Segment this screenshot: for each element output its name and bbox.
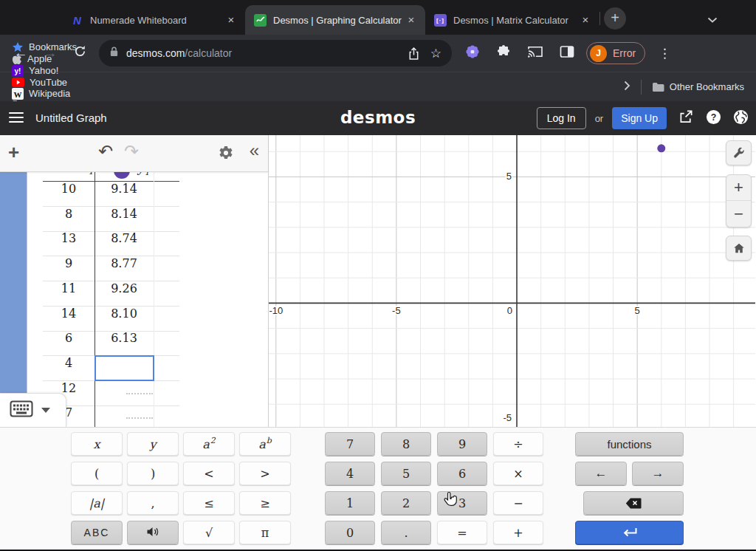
browser-tab[interactable]: Desmos | Graphing Calculator× — [245, 5, 425, 35]
profile-error-button[interactable]: J Error — [586, 42, 645, 64]
key-÷[interactable]: ÷ — [493, 432, 543, 456]
key-0[interactable]: 0 — [325, 521, 375, 544]
undo-button[interactable]: ↶ — [98, 141, 113, 162]
table-cell-x[interactable]: 6 — [43, 331, 94, 356]
key->[interactable]: > — [239, 462, 291, 485]
table-cell-x[interactable]: 10 — [43, 182, 94, 207]
backspace-key[interactable] — [583, 491, 684, 515]
redo-button[interactable]: ↷ — [124, 141, 139, 162]
key-a[interactable]: ab — [239, 432, 291, 456]
side-panel-icon[interactable] — [560, 45, 574, 61]
key-2[interactable]: 2 — [381, 491, 431, 515]
key-<[interactable]: < — [183, 462, 235, 485]
key-≤[interactable]: ≤ — [183, 491, 235, 515]
bookmark-item[interactable]: Bookmarks — [12, 41, 106, 53]
bookmark-item[interactable]: YouTube — [12, 77, 106, 88]
keyboard-icon[interactable] — [10, 400, 33, 420]
tab-close-icon[interactable]: × — [579, 13, 592, 27]
table-row[interactable]: 109.14 — [43, 182, 179, 207]
table-cell-y[interactable]: 9.26 — [94, 281, 154, 307]
graph-paper[interactable]: -10-5505-5 + − — [269, 135, 756, 427]
share-icon[interactable] — [408, 47, 420, 61]
collapse-panel-button[interactable]: « — [250, 140, 259, 161]
bookmark-star-icon[interactable]: ☆ — [430, 46, 441, 61]
key-1[interactable]: 1 — [325, 491, 375, 515]
table-cell-x[interactable]: 4 — [43, 356, 94, 381]
functions-key[interactable]: functions — [575, 432, 684, 456]
table-cell-y[interactable]: 9.14 — [94, 182, 154, 207]
key-8[interactable]: 8 — [381, 432, 431, 456]
cast-icon[interactable] — [527, 45, 543, 61]
key-a[interactable]: a2 — [183, 432, 235, 456]
key-≥[interactable]: ≥ — [239, 491, 291, 515]
table-row[interactable]: 148.10 — [43, 307, 179, 332]
home-button[interactable] — [726, 236, 752, 261]
key-7[interactable]: 7 — [325, 432, 375, 456]
key-,[interactable]: , — [127, 491, 179, 515]
key-y[interactable]: y — [127, 432, 179, 456]
help-icon[interactable]: ? — [706, 109, 721, 128]
export-share-icon[interactable] — [678, 109, 694, 127]
graph-canvas[interactable]: -10-5505-5 — [269, 135, 755, 427]
tab-search-chevron-icon[interactable] — [707, 13, 718, 27]
keyboard-hide-chevron-icon[interactable] — [41, 408, 50, 413]
signup-button[interactable]: Sign Up — [612, 107, 667, 129]
key-+[interactable]: + — [493, 521, 543, 544]
empty-cell-placeholder[interactable] — [126, 393, 153, 394]
data-table[interactable]: x1 y1 109.1488.14138.7498.77119.26148.10… — [27, 172, 268, 427]
table-row[interactable]: 119.26 — [43, 281, 179, 307]
table-cell-x[interactable]: 11 — [43, 281, 94, 307]
enter-key[interactable] — [575, 521, 684, 544]
zoom-out-button[interactable]: − — [726, 201, 751, 227]
key-−[interactable]: − — [493, 491, 543, 515]
bookmarks-overflow-chevron-icon[interactable] — [624, 81, 630, 93]
arrow-left-key[interactable]: ← — [575, 462, 627, 485]
key-√[interactable]: √ — [183, 521, 235, 544]
login-button[interactable]: Log In — [537, 107, 586, 129]
key-x[interactable]: x — [71, 432, 123, 456]
plotted-point[interactable] — [657, 144, 665, 152]
key-ABC[interactable]: ABC — [71, 521, 123, 544]
key-6[interactable]: 6 — [437, 462, 487, 485]
address-bar[interactable]: desmos.com/calculator ☆ — [99, 40, 452, 66]
table-cell-y[interactable]: 8.77 — [94, 256, 154, 281]
table-cell-x[interactable]: 8 — [43, 207, 94, 232]
table-row[interactable]: 66.13 — [43, 331, 179, 356]
key-9[interactable]: 9 — [437, 432, 487, 456]
table-cell-y[interactable]: 8.74 — [94, 231, 154, 256]
table-cell-x[interactable]: 9 — [43, 256, 94, 281]
table-cell-x[interactable]: 13 — [43, 231, 94, 256]
table-row[interactable]: 98.77 — [43, 256, 179, 281]
url-text[interactable]: desmos.com/calculator — [126, 47, 397, 59]
focused-table-cell[interactable] — [94, 355, 154, 381]
table-cell-x[interactable]: 14 — [43, 307, 94, 332]
add-expression-button[interactable]: + — [8, 141, 19, 164]
key-decimal[interactable]: . — [381, 521, 431, 544]
table-cell-y[interactable]: 8.10 — [94, 307, 154, 332]
browser-tab[interactable]: NNumerade Whiteboard× — [62, 5, 245, 35]
key-|a|[interactable]: |a| — [71, 491, 123, 515]
table-cell-y[interactable]: 6.13 — [94, 331, 154, 356]
browser-menu-button[interactable]: ⋮ — [657, 46, 672, 61]
arrow-right-key[interactable]: → — [632, 462, 684, 485]
empty-cell-placeholder[interactable] — [126, 417, 153, 419]
table-cell-y[interactable]: 8.14 — [94, 207, 154, 232]
extensions-puzzle-icon[interactable] — [496, 44, 511, 62]
key-)[interactable]: ) — [127, 462, 179, 485]
zoom-in-button[interactable]: + — [726, 175, 751, 201]
other-bookmarks-button[interactable]: Other Bookmarks — [652, 81, 744, 92]
key-π[interactable]: π — [239, 521, 291, 544]
bookmark-item[interactable]: WWikipedia — [12, 88, 106, 100]
table-row[interactable]: 138.74 — [43, 231, 179, 256]
key-5[interactable]: 5 — [381, 462, 431, 485]
point-style-icon[interactable] — [114, 172, 130, 179]
key-×[interactable]: × — [493, 462, 543, 485]
tab-close-icon[interactable]: × — [224, 13, 238, 27]
table-row[interactable]: 88.14 — [43, 207, 179, 232]
extension-flower-icon[interactable] — [465, 44, 480, 62]
browser-tab[interactable]: [·]Desmos | Matrix Calculator× — [425, 5, 599, 35]
key-4[interactable]: 4 — [325, 462, 375, 485]
bookmark-item[interactable]: Apple — [12, 53, 106, 65]
key-([interactable]: ( — [71, 462, 123, 485]
graph-settings-wrench-button[interactable] — [726, 140, 752, 165]
